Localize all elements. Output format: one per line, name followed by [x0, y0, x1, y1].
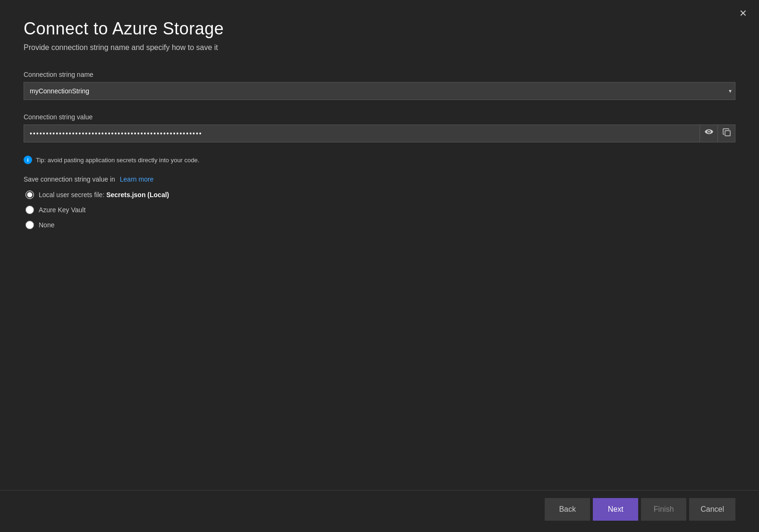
- radio-local-input[interactable]: [25, 191, 34, 199]
- dialog-title: Connect to Azure Storage: [24, 19, 735, 39]
- back-button[interactable]: Back: [545, 498, 590, 521]
- radio-keyvault-label: Azure Key Vault: [39, 206, 85, 214]
- learn-more-link[interactable]: Learn more: [120, 175, 154, 183]
- save-section-label: Save connection string value in Learn mo…: [24, 175, 735, 183]
- connection-string-name-input[interactable]: [24, 82, 735, 100]
- next-button[interactable]: Next: [593, 498, 638, 521]
- radio-local[interactable]: Local user secrets file: Secrets.json (L…: [25, 191, 735, 199]
- save-label-text: Save connection string value in: [24, 175, 115, 183]
- dialog-content: Connect to Azure Storage Provide connect…: [0, 0, 759, 490]
- finish-button[interactable]: Finish: [641, 498, 686, 521]
- cancel-button[interactable]: Cancel: [689, 498, 735, 521]
- info-icon: i: [24, 156, 32, 164]
- radio-none[interactable]: None: [25, 221, 735, 229]
- connection-string-name-wrapper: ▾: [24, 82, 735, 100]
- tip-message: Tip: avoid pasting application secrets d…: [36, 157, 199, 164]
- tip-section: i Tip: avoid pasting application secrets…: [24, 156, 735, 164]
- eye-icon: [705, 129, 713, 138]
- radio-local-label: Local user secrets file: Secrets.json (L…: [39, 191, 169, 199]
- close-button[interactable]: ✕: [734, 5, 751, 22]
- radio-options-group: Local user secrets file: Secrets.json (L…: [24, 191, 735, 229]
- radio-local-bold: Secrets.json (Local): [106, 191, 169, 199]
- connect-azure-storage-dialog: ✕ Connect to Azure Storage Provide conne…: [0, 0, 759, 532]
- radio-none-input[interactable]: [25, 221, 34, 229]
- connection-string-value-group: Connection string value: [24, 113, 735, 142]
- dialog-footer: Back Next Finish Cancel: [0, 490, 759, 532]
- connection-string-value-wrapper: [24, 125, 735, 142]
- toggle-visibility-button[interactable]: [700, 125, 717, 142]
- copy-button[interactable]: [717, 125, 735, 142]
- connection-string-name-label: Connection string name: [24, 71, 735, 78]
- copy-icon: [723, 128, 731, 139]
- connection-string-value-label: Connection string value: [24, 113, 735, 121]
- svg-rect-0: [725, 131, 730, 136]
- radio-keyvault[interactable]: Azure Key Vault: [25, 206, 735, 214]
- radio-keyvault-input[interactable]: [25, 206, 34, 214]
- close-icon: ✕: [739, 8, 747, 19]
- connection-string-name-group: Connection string name ▾: [24, 71, 735, 100]
- password-actions: [700, 125, 735, 142]
- connection-string-value-input[interactable]: [24, 125, 735, 142]
- dialog-subtitle: Provide connection string name and speci…: [24, 43, 735, 52]
- radio-none-label: None: [39, 221, 54, 229]
